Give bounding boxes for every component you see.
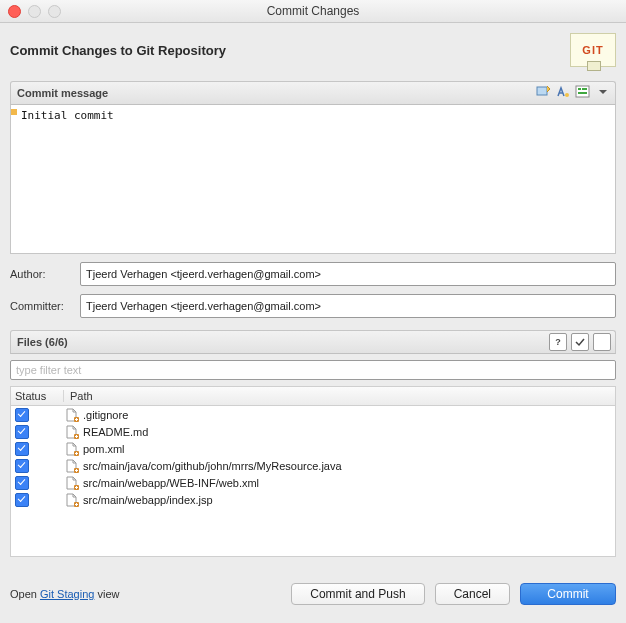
svg-rect-2 — [576, 86, 589, 97]
commit-button[interactable]: Commit — [520, 583, 616, 605]
dialog-heading: Commit Changes to Git Repository — [10, 43, 226, 58]
table-row[interactable]: .gitignore — [11, 406, 615, 423]
minimize-icon — [28, 5, 41, 18]
file-icon — [65, 408, 79, 422]
files-section-header: Files (6/6) ? — [10, 330, 616, 354]
git-staging-link[interactable]: Git Staging — [40, 588, 94, 600]
changeid-icon[interactable] — [575, 84, 591, 100]
zoom-icon — [48, 5, 61, 18]
help-icon[interactable]: ? — [549, 333, 567, 351]
committer-input[interactable] — [80, 294, 616, 318]
path-column-header[interactable]: Path — [63, 390, 615, 402]
row-checkbox[interactable] — [15, 442, 29, 456]
commit-and-push-button[interactable]: Commit and Push — [291, 583, 424, 605]
file-path: src/main/webapp/WEB-INF/web.xml — [83, 477, 259, 489]
file-icon — [65, 425, 79, 439]
file-path: src/main/java/com/github/john/mrrs/MyRes… — [83, 460, 342, 472]
amend-icon[interactable] — [535, 84, 551, 100]
file-icon — [65, 493, 79, 507]
file-path: .gitignore — [83, 409, 128, 421]
window-title: Commit Changes — [0, 4, 626, 18]
title-bar: Commit Changes — [0, 0, 626, 23]
file-icon — [65, 442, 79, 456]
footer-hint: Open Git Staging view — [10, 588, 281, 600]
svg-rect-4 — [582, 88, 587, 90]
table-row[interactable]: README.md — [11, 423, 615, 440]
window-controls — [8, 5, 61, 18]
file-path: src/main/webapp/index.jsp — [83, 494, 213, 506]
commit-message-text: Initial commit — [21, 109, 114, 122]
committer-label: Committer: — [10, 300, 72, 312]
close-icon[interactable] — [8, 5, 21, 18]
table-row[interactable]: src/main/java/com/github/john/mrrs/MyRes… — [11, 457, 615, 474]
menu-chevron-icon[interactable] — [595, 84, 611, 100]
author-label: Author: — [10, 268, 72, 280]
commit-changes-dialog: Commit Changes Commit Changes to Git Rep… — [0, 0, 626, 623]
file-icon — [65, 459, 79, 473]
files-table-header: Status Path — [10, 386, 616, 406]
select-all-icon[interactable] — [571, 333, 589, 351]
file-path: README.md — [83, 426, 148, 438]
filter-input[interactable] — [10, 360, 616, 380]
deselect-all-icon[interactable] — [593, 333, 611, 351]
svg-rect-0 — [537, 87, 547, 95]
cancel-button[interactable]: Cancel — [435, 583, 510, 605]
commit-message-textarea[interactable]: Initial commit — [10, 105, 616, 254]
row-checkbox[interactable] — [15, 493, 29, 507]
git-logo-icon: GIT — [570, 33, 616, 67]
files-section-label: Files (6/6) — [17, 336, 68, 348]
row-checkbox[interactable] — [15, 476, 29, 490]
file-icon — [65, 476, 79, 490]
status-column-header[interactable]: Status — [15, 390, 63, 402]
file-path: pom.xml — [83, 443, 125, 455]
files-table-body: .gitignoreREADME.mdpom.xmlsrc/main/java/… — [10, 406, 616, 557]
table-row[interactable]: src/main/webapp/WEB-INF/web.xml — [11, 474, 615, 491]
row-checkbox[interactable] — [15, 425, 29, 439]
table-row[interactable]: pom.xml — [11, 440, 615, 457]
table-row[interactable]: src/main/webapp/index.jsp — [11, 491, 615, 508]
row-checkbox[interactable] — [15, 408, 29, 422]
commit-message-label: Commit message — [17, 87, 108, 99]
commit-message-section-header: Commit message — [10, 81, 616, 105]
svg-rect-3 — [578, 88, 581, 90]
warning-marker-icon — [11, 109, 17, 115]
author-input[interactable] — [80, 262, 616, 286]
svg-rect-5 — [578, 92, 587, 94]
svg-point-1 — [565, 93, 569, 97]
signoff-icon[interactable] — [555, 84, 571, 100]
row-checkbox[interactable] — [15, 459, 29, 473]
